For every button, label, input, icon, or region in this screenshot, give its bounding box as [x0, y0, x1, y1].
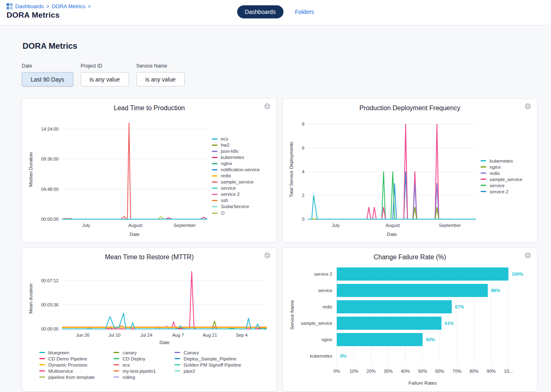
- legend-swatch: [212, 169, 218, 170]
- svg-text:00:03:36: 00:03:36: [41, 302, 59, 307]
- svg-text:nginx: nginx: [322, 337, 333, 342]
- svg-text:Jul 24: Jul 24: [140, 333, 152, 338]
- svg-text:50%: 50%: [426, 337, 435, 342]
- legend-swatch: [113, 376, 119, 378]
- legend-label: service 2: [490, 189, 508, 194]
- legend-swatch: [175, 364, 180, 365]
- legend-label: Golden PM Signoff Pipeline: [184, 363, 241, 367]
- legend-item[interactable]: service: [481, 182, 531, 188]
- legend-item[interactable]: ssh: [212, 197, 271, 204]
- legend-item[interactable]: ecs: [113, 362, 156, 368]
- svg-text:0: 0: [302, 217, 304, 222]
- legend-item[interactable]: Multiservice: [39, 368, 95, 374]
- legend-item[interactable]: Golden PM Signoff Pipeline: [175, 362, 241, 368]
- legend-swatch: [212, 138, 218, 140]
- legend-item[interactable]: kubernetes: [481, 158, 531, 164]
- legend-item[interactable]: json-k8s: [212, 148, 271, 154]
- legend-swatch: [481, 160, 486, 161]
- globe-icon[interactable]: [524, 252, 531, 259]
- legend-item[interactable]: ecs: [212, 136, 271, 142]
- project-id-filter-button[interactable]: is any value: [81, 72, 129, 86]
- svg-text:sample_service: sample_service: [301, 321, 332, 326]
- legend-label: kubernetes: [490, 159, 513, 163]
- legend-item[interactable]: redis: [212, 173, 271, 179]
- legend-item[interactable]: service: [212, 185, 271, 191]
- breadcrumb-separator: >: [46, 4, 49, 9]
- legend-label: service 2: [221, 192, 240, 197]
- legend-item[interactable]: Canary: [175, 349, 241, 356]
- legend-item[interactable]: sample_service: [481, 176, 531, 182]
- svg-text:Service Name: Service Name: [290, 300, 295, 330]
- globe-icon[interactable]: [264, 252, 271, 259]
- legend-swatch: [481, 191, 486, 192]
- legend-item[interactable]: hw2: [212, 142, 271, 148]
- legend-item[interactable]: service 2: [212, 191, 271, 197]
- legend-item[interactable]: sample_service: [212, 179, 271, 185]
- svg-text:00:00:00: 00:00:00: [41, 326, 59, 331]
- globe-icon[interactable]: [524, 103, 531, 110]
- panel-change-failure-rate: Change Failure Rate (%) 0%10%20%30%40%50…: [282, 247, 537, 392]
- tab-dashboards[interactable]: Dashboards: [237, 5, 283, 18]
- svg-text:Aug 7: Aug 7: [172, 333, 184, 338]
- svg-text:September: September: [439, 223, 461, 228]
- svg-text:70%: 70%: [452, 369, 461, 374]
- filter-label: Service Name: [136, 63, 185, 69]
- service-name-filter-button[interactable]: is any value: [136, 72, 185, 86]
- legend-label: Canary: [184, 350, 199, 355]
- svg-text:September: September: [174, 223, 196, 228]
- svg-text:kubernetes: kubernetes: [310, 353, 333, 358]
- svg-text:Jul 10: Jul 10: [109, 333, 120, 338]
- legend-item[interactable]: pipeline from template: [39, 374, 95, 380]
- legend-item[interactable]: rolling: [113, 374, 156, 380]
- legend-item[interactable]: nginx: [212, 161, 271, 167]
- legend-item[interactable]: service 2: [481, 188, 531, 195]
- legend-item[interactable]: my-test-pipelin1: [113, 368, 156, 374]
- legend-swatch: [39, 376, 45, 378]
- svg-text:14:24:00: 14:24:00: [41, 127, 59, 131]
- legend-item[interactable]: canary: [113, 349, 156, 356]
- svg-text:Median Duration: Median Duration: [28, 152, 33, 187]
- breadcrumb-link-dashboards[interactable]: Dashboards: [15, 3, 44, 9]
- panel-deployment-frequency: Production Deployment Frequency 02468Jul…: [282, 98, 537, 242]
- svg-text:July: July: [82, 223, 90, 228]
- legend-item[interactable]: SudarService: [212, 204, 271, 210]
- globe-icon[interactable]: [264, 103, 271, 110]
- legend-swatch: [39, 364, 45, 365]
- svg-text:August: August: [386, 223, 400, 228]
- legend-label: nginx: [490, 165, 501, 170]
- svg-text:Date: Date: [387, 232, 397, 237]
- svg-text:redis: redis: [322, 304, 332, 309]
- legend-swatch: [481, 172, 486, 174]
- legend-item[interactable]: nginx: [481, 164, 531, 170]
- legend-label: SudarService: [221, 204, 249, 209]
- svg-text:04:48:00: 04:48:00: [41, 187, 59, 192]
- svg-text:Date: Date: [159, 340, 169, 345]
- svg-text:August: August: [128, 223, 142, 228]
- legend-item[interactable]: notification-service: [212, 167, 271, 173]
- breadcrumb-link-dora-metrics[interactable]: DORA Metrics: [52, 3, 85, 9]
- legend-swatch: [113, 352, 119, 353]
- legend-label: hw2: [221, 143, 229, 147]
- date-filter-button[interactable]: Last 90 Days: [22, 72, 73, 86]
- legend-item[interactable]: ∅: [212, 210, 271, 217]
- legend-swatch: [113, 364, 119, 365]
- legend-item[interactable]: bluegreen: [39, 349, 95, 356]
- legend-item[interactable]: Deploy_Sample_Pipeline: [175, 356, 241, 362]
- legend-label: canary: [122, 350, 137, 355]
- svg-text:100%: 100%: [512, 272, 523, 276]
- svg-text:00:00:00: 00:00:00: [41, 217, 59, 222]
- legend-item[interactable]: CD Demo Pipeline: [39, 356, 95, 362]
- svg-text:00:07:12: 00:07:12: [41, 278, 59, 283]
- filter-service-name: Service Name is any value: [136, 63, 185, 86]
- legend-item[interactable]: CD Deploy: [113, 356, 156, 362]
- legend-swatch: [39, 352, 45, 353]
- tab-folders[interactable]: Folders: [295, 9, 314, 15]
- legend-item[interactable]: Dynamic Provision: [39, 362, 95, 368]
- legend-swatch: [212, 194, 218, 195]
- legend-swatch: [481, 185, 486, 186]
- panel-title: Production Deployment Frequency: [288, 103, 531, 114]
- legend-item[interactable]: pipe2: [175, 368, 241, 374]
- legend-item[interactable]: redis: [481, 170, 531, 176]
- legend-label: ecs: [122, 363, 130, 367]
- legend-item[interactable]: kubernetes: [212, 154, 271, 161]
